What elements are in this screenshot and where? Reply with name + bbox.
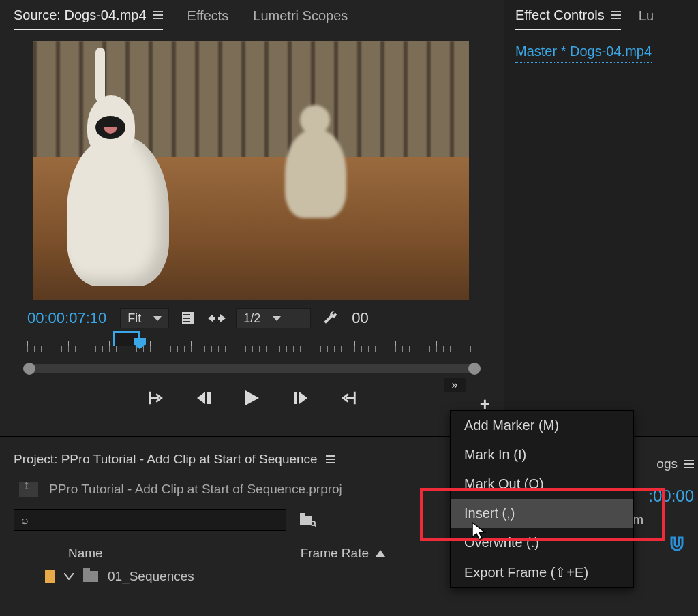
mark-out-button[interactable] <box>338 388 357 407</box>
transport-controls: » + <box>0 373 504 414</box>
preview-controls: 00:00:07:10 Fit 1/2 00 <box>0 300 504 330</box>
svg-rect-2 <box>183 318 190 319</box>
svg-rect-3 <box>183 321 190 322</box>
svg-rect-1 <box>183 314 190 315</box>
sort-asc-icon <box>376 550 385 557</box>
settings-list-icon[interactable] <box>179 309 198 328</box>
tab-effects[interactable]: Effects <box>187 8 229 29</box>
menu-mark-in[interactable]: Mark In (I) <box>451 440 633 469</box>
tab-effect-controls[interactable]: Effect Controls <box>515 7 621 30</box>
source-panel-tabs: Source: Dogs-04.mp4 Effects Lumetri Scop… <box>0 0 504 30</box>
svg-rect-5 <box>294 392 297 404</box>
svg-rect-7 <box>300 513 305 516</box>
video-preview[interactable] <box>33 41 469 300</box>
sequence-tab-truncated[interactable]: ogs <box>656 457 694 472</box>
column-frame-rate[interactable]: Frame Rate <box>301 546 385 561</box>
chevron-down-icon <box>273 316 281 321</box>
tab-source[interactable]: Source: Dogs-04.mp4 <box>14 7 163 30</box>
search-icon: ⌕ <box>21 513 29 527</box>
search-input[interactable]: ⌕ <box>14 509 286 531</box>
project-panel-title[interactable]: Project: PPro Tutorial - Add Clip at Sta… <box>14 452 318 467</box>
bin-icon <box>83 571 98 582</box>
time-ruler[interactable] <box>27 337 476 364</box>
panel-menu-icon[interactable] <box>611 11 621 19</box>
play-button[interactable] <box>243 388 262 407</box>
menu-mark-out[interactable]: Mark Out (O) <box>451 469 633 499</box>
chevron-down-icon[interactable] <box>64 573 74 580</box>
panel-menu-icon[interactable] <box>153 11 163 19</box>
out-timecode-truncated: 00 <box>352 309 368 327</box>
menu-insert[interactable]: Insert (,) <box>451 499 633 528</box>
menu-export-frame[interactable]: Export Frame (⇧+E) <box>451 557 633 587</box>
clip-color-swatch <box>45 570 55 583</box>
find-bins-icon[interactable] <box>299 510 318 529</box>
folder-up-icon[interactable] <box>19 482 38 497</box>
tab-effect-controls-label: Effect Controls <box>515 7 605 23</box>
tab-truncated[interactable]: Lu <box>639 8 654 29</box>
tab-source-label: Source: Dogs-04.mp4 <box>14 7 147 23</box>
source-monitor-panel: Source: Dogs-04.mp4 Effects Lumetri Scop… <box>0 0 504 436</box>
wrench-icon[interactable] <box>320 309 339 328</box>
zoom-label: Fit <box>127 311 141 326</box>
step-forward-button[interactable] <box>290 388 309 407</box>
step-back-button[interactable] <box>195 388 214 407</box>
mark-in-button[interactable] <box>147 388 166 407</box>
project-filename: PPro Tutorial - Add Clip at Start of Seq… <box>49 482 342 497</box>
panel-menu-icon <box>684 460 694 468</box>
chevron-down-icon <box>153 316 162 321</box>
panel-menu-icon[interactable] <box>326 455 335 463</box>
insert-arrows-icon[interactable] <box>207 309 226 328</box>
resolution-label: 1/2 <box>243 311 260 326</box>
zoom-dropdown[interactable]: Fit <box>120 308 169 328</box>
effect-controls-panel: Effect Controls Lu Master * Dogs-04.mp4 <box>504 0 698 436</box>
zoom-scrollbar[interactable] <box>27 364 476 373</box>
column-name[interactable]: Name <box>68 546 103 561</box>
menu-add-marker[interactable]: Add Marker (M) <box>451 411 633 440</box>
master-clip-link[interactable]: Master * Dogs-04.mp4 <box>515 44 652 63</box>
resolution-dropdown[interactable]: 1/2 <box>236 308 311 328</box>
svg-rect-4 <box>207 392 211 404</box>
menu-overwrite[interactable]: Overwrite (.) <box>451 528 633 557</box>
tab-lumetri-scopes[interactable]: Lumetri Scopes <box>253 8 348 29</box>
svg-line-9 <box>314 525 316 527</box>
bin-name: 01_Sequences <box>108 569 194 584</box>
snap-magnet-icon[interactable] <box>668 536 686 558</box>
playhead-timecode[interactable]: 00:00:07:10 <box>27 309 106 327</box>
sequence-timecode-truncated: :00:00 <box>648 487 694 506</box>
more-buttons-menu: Add Marker (M) Mark In (I) Mark Out (O) … <box>450 410 634 588</box>
more-buttons-chip[interactable]: » <box>444 378 466 392</box>
